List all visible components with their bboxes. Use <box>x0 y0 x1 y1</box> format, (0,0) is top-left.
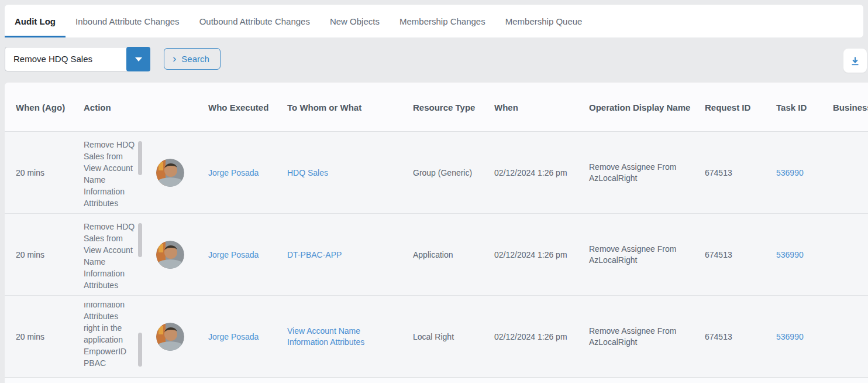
filter-select: Remove HDQ Sales <box>5 47 150 71</box>
action-scrollbar[interactable] <box>138 141 142 175</box>
cell-to-whom-or-what[interactable]: DT-PBAC-APP <box>287 249 390 260</box>
download-icon <box>850 56 860 66</box>
cell-when-ago: 20 mins <box>16 250 44 259</box>
who-executed-link[interactable]: Jorge Posada <box>208 250 259 259</box>
tab-membership-changes[interactable]: Membership Changes <box>390 5 495 37</box>
cell-request-id: 674513 <box>705 168 732 177</box>
cell-action[interactable]: Information Attributes right in the appl… <box>84 303 143 371</box>
to-whom-link[interactable]: View Account Name Information Attributes <box>287 326 364 347</box>
cell-action[interactable]: Remove HDQ Sales from View Account Name … <box>84 221 143 289</box>
column-header-action: Action <box>84 102 111 112</box>
cell-task-id[interactable]: 536990 <box>776 168 804 177</box>
chevron-right-icon: › <box>173 53 176 64</box>
cell-action[interactable]: Remove HDQ Sales from View Account Name … <box>84 139 143 207</box>
cell-resource-type: Application <box>413 250 453 259</box>
column-header-when: When <box>494 102 518 112</box>
table-header-row: When (Ago) Action Who Executed To Whom o… <box>5 83 868 132</box>
table-row: 20 mins Information Attributes right in … <box>5 296 868 378</box>
tab-inbound-attribute-changes[interactable]: Inbound Attribute Changes <box>66 5 190 37</box>
tab-membership-queue[interactable]: Membership Queue <box>495 5 593 37</box>
cell-who-executed[interactable]: Jorge Posada <box>208 332 259 341</box>
action-scrollbar[interactable] <box>138 333 142 367</box>
action-scrollbar[interactable] <box>138 223 142 257</box>
caret-down-icon <box>135 57 142 61</box>
search-button-label: Search <box>181 54 209 64</box>
column-header-to-whom-or-what: To Whom or What <box>287 102 390 112</box>
who-executed-link[interactable]: Jorge Posada <box>208 332 259 341</box>
cell-when: 02/12/2024 1:26 pm <box>494 168 567 177</box>
cell-to-whom-or-what[interactable]: View Account Name Information Attributes <box>287 326 390 348</box>
user-avatar[interactable] <box>156 159 184 187</box>
cell-who-executed[interactable]: Jorge Posada <box>208 168 259 177</box>
cell-resource-type: Group (Generic) <box>413 168 472 177</box>
user-avatar[interactable] <box>156 323 184 351</box>
tab-outbound-attribute-changes[interactable]: Outbound Attribute Changes <box>190 5 320 37</box>
cell-to-whom-or-what[interactable]: HDQ Sales <box>287 167 390 178</box>
cell-operation-display-name: Remove Assignee From AzLocalRight <box>589 162 697 184</box>
export-button[interactable] <box>843 49 867 73</box>
cell-request-id: 674513 <box>705 332 732 341</box>
cell-task-id[interactable]: 536990 <box>776 332 804 341</box>
action-text: Remove HDQ Sales from View Account Name … <box>84 139 135 207</box>
column-header-operation-display-name: Operation Display Name <box>589 102 697 112</box>
cell-when-ago: 20 mins <box>16 168 44 177</box>
task-id-link[interactable]: 536990 <box>776 250 804 259</box>
filter-select-value[interactable]: Remove HDQ Sales <box>5 47 128 71</box>
to-whom-link[interactable]: DT-PBAC-APP <box>287 249 342 259</box>
filter-select-dropdown-button[interactable] <box>126 47 150 71</box>
cell-when-ago: 20 mins <box>16 332 44 341</box>
task-id-link[interactable]: 536990 <box>776 332 804 341</box>
cell-operation-display-name: Remove Assignee From AzLocalRight <box>589 326 697 348</box>
cell-request-id: 674513 <box>705 250 732 259</box>
action-text: Remove HDQ Sales from View Account Name … <box>84 221 135 289</box>
tab-bar: Audit Log Inbound Attribute Changes Outb… <box>5 5 863 37</box>
who-executed-link[interactable]: Jorge Posada <box>208 168 259 177</box>
column-header-when-ago: When (Ago) <box>16 102 65 112</box>
task-id-link[interactable]: 536990 <box>776 168 804 177</box>
to-whom-link[interactable]: HDQ Sales <box>287 167 328 177</box>
column-header-who-executed: Who Executed <box>208 102 268 112</box>
table-row: 20 mins Remove HDQ Sales from View Accou… <box>5 214 868 296</box>
cell-when: 02/12/2024 1:26 pm <box>494 250 567 259</box>
search-button[interactable]: › Search <box>164 48 221 70</box>
table-footer-strip <box>5 378 868 383</box>
cell-task-id[interactable]: 536990 <box>776 250 804 259</box>
cell-resource-type: Local Right <box>413 332 454 341</box>
column-header-business-request: Business Request <box>833 102 868 112</box>
user-avatar[interactable] <box>156 241 184 269</box>
tab-audit-log[interactable]: Audit Log <box>5 5 66 37</box>
tab-new-objects[interactable]: New Objects <box>320 5 390 37</box>
action-text: Information Attributes right in the appl… <box>84 303 135 371</box>
column-header-task-id: Task ID <box>776 102 807 112</box>
cell-operation-display-name: Remove Assignee From AzLocalRight <box>589 244 697 266</box>
cell-who-executed[interactable]: Jorge Posada <box>208 250 259 259</box>
table-row: 20 mins Remove HDQ Sales from View Accou… <box>5 132 868 214</box>
audit-log-table: When (Ago) Action Who Executed To Whom o… <box>5 83 868 383</box>
column-header-resource-type: Resource Type <box>413 102 475 112</box>
cell-when: 02/12/2024 1:26 pm <box>494 332 567 341</box>
column-header-request-id: Request ID <box>705 102 750 112</box>
